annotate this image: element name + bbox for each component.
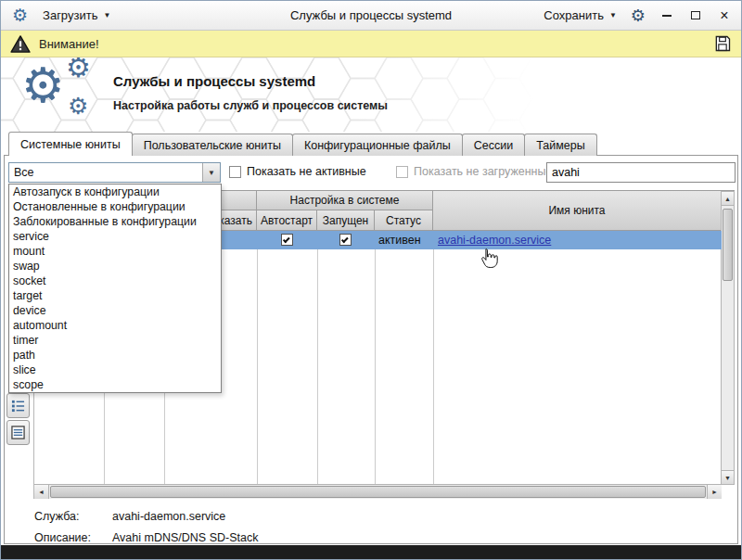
description-label: Описание: — [34, 531, 91, 544]
combobox-arrow-button[interactable]: ▼ — [202, 163, 220, 182]
checkmark-icon — [341, 235, 349, 243]
save-menu-label: Сохранить — [544, 8, 604, 22]
show-inactive-checkbox[interactable]: Показать не активные — [229, 165, 366, 178]
header-group-system-config[interactable]: Настройка в системе — [257, 191, 433, 210]
tab-label: Системные юниты — [20, 138, 121, 151]
banner-subtitle: Настройка работы служб и процессов систе… — [113, 99, 388, 112]
vertical-scrollbar[interactable]: ▲ ▼ — [721, 191, 735, 485]
floppy-disk-icon — [713, 34, 732, 53]
dropdown-item[interactable]: service — [9, 229, 221, 244]
tab-config-files[interactable]: Конфигурационные файлы — [292, 134, 463, 156]
banner-title: Службы и процессы systemd — [113, 73, 315, 89]
checkbox-box[interactable] — [229, 166, 241, 178]
dropdown-item[interactable]: swap — [9, 259, 221, 274]
dropdown-item[interactable]: path — [9, 348, 221, 363]
maximize-icon — [691, 11, 700, 19]
detail-list-icon — [11, 426, 25, 439]
dropdown-item[interactable]: device — [9, 303, 221, 318]
dropdown-item[interactable]: target — [9, 288, 221, 303]
row-status: активен — [378, 234, 421, 247]
description-value: Avahi mDNS/DNS SD-Stack — [112, 531, 258, 544]
minimize-button[interactable] — [659, 7, 674, 24]
horizontal-scrollbar-thumb[interactable] — [50, 486, 706, 498]
checkbox-label: Показать не загруженные — [414, 165, 552, 178]
tab-sessions[interactable]: Сессии — [462, 134, 525, 156]
horizontal-scrollbar[interactable]: ◄ ► — [34, 484, 722, 499]
unit-filter-combobox[interactable]: Все ▼ — [8, 162, 221, 183]
scroll-right-button[interactable]: ► — [707, 485, 722, 499]
service-label: Служба: — [34, 510, 80, 523]
tab-label: Сессии — [474, 139, 513, 152]
checkmark-icon — [283, 235, 290, 243]
save-menu-button[interactable]: Сохранить ▼ — [544, 8, 617, 22]
cursor-hand-icon — [480, 248, 498, 273]
dropdown-item[interactable]: slice — [9, 363, 221, 377]
show-unloaded-checkbox: Показать не загруженные — [396, 165, 552, 178]
combobox-value: Все — [9, 166, 202, 179]
vertical-scrollbar-thumb[interactable] — [723, 209, 733, 281]
close-button[interactable]: × — [717, 7, 732, 24]
title-bar: ⚙ Загрузить ▼ Службы и процессы systemd … — [1, 1, 741, 31]
checkbox-box — [396, 166, 408, 178]
filter-dropdown-list: Автозапуск в конфигурации Остановленные … — [8, 184, 222, 393]
chevron-down-icon: ▼ — [208, 169, 215, 177]
gear-icon: ⚙ — [68, 95, 88, 118]
header-autostart[interactable]: Автостарт — [257, 210, 317, 231]
tree-view-button[interactable] — [6, 393, 30, 418]
scroll-left-button[interactable]: ◄ — [34, 485, 49, 499]
app-gear-icon: ⚙ — [12, 6, 28, 24]
unit-link[interactable]: avahi-daemon.service — [438, 234, 551, 247]
tab-label: Конфигурационные файлы — [304, 139, 451, 152]
tab-label: Пользовательские юниты — [144, 139, 281, 152]
app-window: ⚙ Загрузить ▼ Службы и процессы systemd … — [0, 0, 742, 560]
bullet-list-icon — [11, 399, 25, 413]
unit-search-input[interactable] — [546, 162, 736, 183]
dropdown-item[interactable]: mount — [9, 244, 221, 259]
service-value: avahi-daemon.service — [112, 510, 225, 523]
detail-list-button[interactable] — [6, 420, 30, 445]
grid-line — [257, 231, 258, 485]
gear-icon: ⚙ — [21, 61, 65, 109]
scroll-up-button[interactable]: ▲ — [722, 192, 734, 206]
tab-label: Таймеры — [536, 139, 585, 152]
app-logo: ⚙ ⚙ ⚙ — [21, 57, 109, 132]
header-status[interactable]: Статус — [375, 210, 433, 231]
save-file-button[interactable] — [713, 34, 732, 53]
tab-user-units[interactable]: Пользовательские юниты — [132, 134, 293, 156]
row-autostart-checkbox[interactable] — [281, 234, 293, 246]
warning-bar: Внимание! — [1, 31, 741, 57]
header-running[interactable]: Запущен — [317, 210, 375, 231]
chevron-down-icon: ▼ — [103, 11, 110, 19]
warning-icon — [10, 35, 31, 53]
gear-icon: ⚙ — [66, 57, 91, 82]
banner-fade-overlay — [1, 57, 741, 132]
load-menu-label: Загрузить — [43, 8, 97, 22]
row-running-checkbox[interactable] — [339, 234, 352, 246]
window-bottom-edge — [1, 545, 741, 559]
dropdown-item[interactable]: Остановленные в конфигурации — [9, 199, 221, 214]
dropdown-item[interactable]: timer — [9, 333, 221, 348]
dropdown-item[interactable]: scope — [9, 377, 221, 392]
checkbox-label: Показать не активные — [247, 165, 366, 178]
header-banner: ⚙ ⚙ ⚙ Службы и процессы systemd Настройк… — [1, 57, 741, 132]
dropdown-item[interactable]: automount — [9, 318, 221, 333]
minimize-icon — [662, 15, 672, 17]
header-unit-name[interactable]: Имя юнита — [433, 191, 722, 231]
grid-line — [433, 231, 434, 485]
settings-gear-icon[interactable]: ⚙ — [631, 7, 646, 24]
maximize-button[interactable] — [688, 7, 703, 24]
grid-line — [317, 231, 318, 485]
dropdown-item[interactable]: socket — [9, 274, 221, 288]
tab-bar: Системные юниты Пользовательские юниты К… — [8, 132, 597, 156]
tab-timers[interactable]: Таймеры — [524, 134, 597, 156]
scroll-down-button[interactable]: ▼ — [722, 470, 734, 484]
load-menu-button[interactable]: Загрузить ▼ — [43, 8, 110, 22]
dropdown-item[interactable]: Автозапуск в конфигурации — [9, 185, 221, 199]
chevron-down-icon: ▼ — [609, 11, 617, 19]
warning-text: Внимание! — [39, 37, 99, 51]
dropdown-item[interactable]: Заблокированные в конфигурации — [9, 214, 221, 229]
tab-system-units[interactable]: Системные юниты — [8, 132, 133, 156]
grid-line — [375, 231, 376, 485]
